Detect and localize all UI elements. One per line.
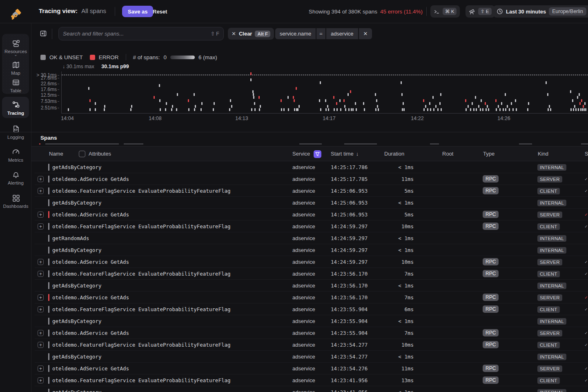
ok-span-point[interactable] (475, 96, 476, 99)
search-input[interactable] (63, 31, 210, 37)
ok-span-point[interactable] (254, 108, 256, 111)
ok-span-point[interactable] (340, 108, 341, 111)
ok-span-point[interactable] (585, 108, 586, 111)
ok-span-point[interactable] (527, 108, 528, 111)
ok-span-point[interactable] (427, 108, 428, 111)
ok-span-point[interactable] (509, 108, 510, 111)
ok-span-point[interactable] (511, 102, 512, 105)
ok-span-point[interactable] (578, 108, 579, 111)
column-service[interactable]: Service (292, 147, 310, 161)
ok-span-point[interactable] (281, 108, 282, 111)
expand-row-button[interactable]: + (38, 223, 44, 229)
ok-span-point[interactable] (188, 108, 189, 111)
ok-span-point[interactable] (582, 108, 583, 111)
ok-span-point[interactable] (88, 87, 89, 90)
error-span-point[interactable] (485, 102, 486, 105)
table-row[interactable]: + oteldemo.AdService GetAds adservice 14… (35, 209, 588, 220)
ok-span-point[interactable] (159, 99, 160, 102)
ok-span-point[interactable] (501, 102, 502, 105)
ok-span-point[interactable] (546, 81, 547, 84)
sidebar-item-map[interactable]: Map (0, 60, 31, 76)
column-root[interactable]: Root (442, 147, 453, 161)
ok-span-point[interactable] (425, 105, 426, 108)
ok-span-point[interactable] (512, 108, 514, 111)
ok-span-point[interactable] (375, 108, 376, 111)
save-as-button[interactable]: Save as (122, 6, 153, 17)
sidebar-item-alerting[interactable]: Alerting (0, 170, 31, 185)
expand-row-button[interactable]: + (38, 271, 44, 277)
ok-span-point[interactable] (347, 93, 349, 96)
ok-span-point[interactable] (547, 93, 548, 96)
expand-row-button[interactable]: + (38, 365, 44, 372)
ok-span-point[interactable] (580, 108, 581, 111)
column-type[interactable]: Type (483, 147, 494, 161)
ok-span-point[interactable] (250, 78, 252, 81)
ok-span-point[interactable] (260, 105, 261, 108)
ok-span-point[interactable] (89, 108, 91, 111)
filter-chip-operator[interactable]: = (316, 28, 325, 39)
ok-span-point[interactable] (327, 105, 328, 108)
column-duration[interactable]: Duration (384, 147, 404, 161)
table-row[interactable]: + getAdsByCategory adservice 14:23:55.90… (35, 315, 588, 327)
ok-span-point[interactable] (130, 108, 131, 111)
ok-span-point[interactable] (505, 93, 506, 96)
expand-row-button[interactable]: + (38, 377, 44, 383)
ok-span-point[interactable] (288, 108, 289, 111)
table-row[interactable]: + getAdsByCategory adservice 14:25:17.78… (35, 161, 588, 173)
ok-span-point[interactable] (319, 99, 320, 102)
ok-span-point[interactable] (377, 105, 378, 108)
ok-span-point[interactable] (195, 105, 196, 108)
ok-span-point[interactable] (584, 102, 586, 105)
error-span-point[interactable] (333, 96, 334, 99)
ok-span-point[interactable] (254, 102, 255, 105)
ok-span-point[interactable] (472, 102, 473, 105)
ok-span-point[interactable] (325, 108, 327, 111)
ok-span-point[interactable] (351, 108, 352, 111)
expand-row-button[interactable]: + (38, 176, 44, 182)
ok-span-point[interactable] (403, 102, 404, 105)
ok-span-point[interactable] (550, 108, 551, 111)
ok-span-point[interactable] (401, 93, 403, 96)
ok-span-point[interactable] (470, 108, 471, 111)
table-row[interactable]: + getAdsByCategory adservice 14:23:54.27… (35, 351, 588, 363)
column-name[interactable]: Name (49, 147, 63, 161)
table-row[interactable]: + oteldemo.FeatureFlagService EvaluatePr… (35, 220, 588, 232)
ok-span-point[interactable] (325, 99, 326, 102)
error-span-point[interactable] (343, 99, 345, 102)
column-kind[interactable]: Kind (538, 147, 548, 161)
ok-span-point[interactable] (294, 108, 295, 111)
ok-span-point[interactable] (165, 108, 166, 111)
table-row[interactable]: + getAdsByCategory adservice 14:25:06.95… (35, 197, 588, 209)
ok-span-point[interactable] (328, 108, 329, 111)
ok-span-point[interactable] (584, 108, 585, 111)
table-row[interactable]: + getAdsByCategory adservice 14:23:41.95… (35, 386, 588, 392)
ok-span-point[interactable] (468, 105, 469, 108)
error-span-point[interactable] (89, 99, 91, 102)
ok-span-point[interactable] (345, 108, 346, 111)
error-span-point[interactable] (495, 99, 497, 102)
ok-span-point[interactable] (499, 108, 501, 111)
sidebar-item-tracing[interactable]: Tracing (0, 100, 31, 116)
table-row[interactable]: + oteldemo.FeatureFlagService EvaluatePr… (35, 303, 588, 315)
sidebar-item-metrics[interactable]: Metrics (0, 147, 31, 163)
ok-span-point[interactable] (439, 102, 441, 105)
ok-span-point[interactable] (440, 93, 441, 96)
ok-span-point[interactable] (515, 99, 516, 102)
ok-span-point[interactable] (473, 108, 474, 111)
ok-span-point[interactable] (528, 102, 529, 105)
expand-row-button[interactable]: + (38, 342, 44, 348)
ok-span-point[interactable] (579, 93, 580, 96)
table-row[interactable]: + oteldemo.FeatureFlagService EvaluatePr… (35, 268, 588, 280)
error-span-point[interactable] (154, 96, 155, 99)
ok-span-point[interactable] (251, 108, 252, 111)
ok-span-point[interactable] (131, 105, 132, 108)
ok-span-point[interactable] (320, 108, 321, 111)
ok-span-point[interactable] (171, 108, 172, 111)
reset-button[interactable]: Reset (150, 6, 169, 17)
ok-span-point[interactable] (104, 108, 105, 111)
table-row[interactable]: + getAdsByCategory adservice 14:24:59.29… (35, 244, 588, 256)
clear-filters-button[interactable]: ✕ Clear Alt F (228, 28, 274, 40)
ok-span-point[interactable] (336, 108, 338, 111)
ok-span-point[interactable] (505, 108, 506, 111)
table-row[interactable]: + oteldemo.AdService GetAds adservice 14… (35, 363, 588, 374)
